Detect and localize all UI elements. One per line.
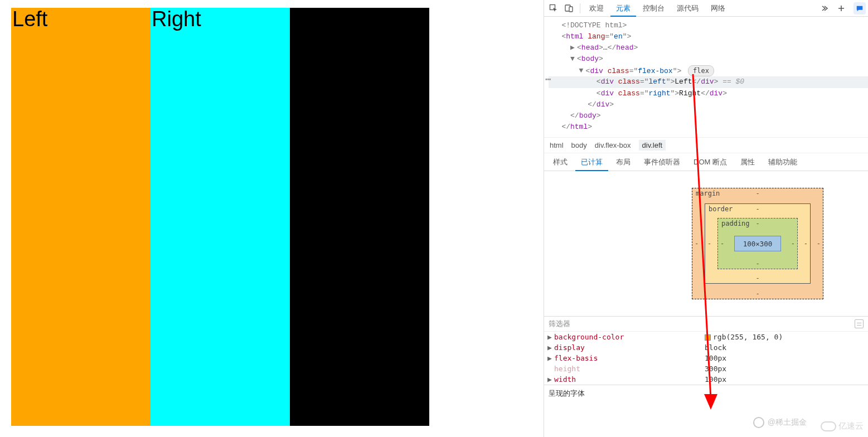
border-top-value: - — [755, 205, 759, 213]
margin-bottom-value: - — [755, 290, 759, 298]
filter-row: 筛选器 — [544, 316, 868, 332]
more-tabs-icon[interactable] — [817, 1, 832, 16]
tab-welcome[interactable]: 欢迎 — [584, 0, 609, 17]
margin-label: margin — [696, 190, 720, 197]
dom-tree[interactable]: ⋯ <!DOCTYPE html> <html lang="en"> ▶<hea… — [544, 17, 868, 137]
padding-top-value: - — [755, 220, 759, 227]
dom-html-close[interactable]: </html> — [549, 122, 868, 133]
rendered-fonts-header[interactable]: 呈现的字体 — [544, 385, 868, 402]
dom-html-open[interactable]: <html lang="en"> — [549, 31, 868, 42]
filter-settings-icon[interactable] — [855, 319, 864, 328]
toolbar-separator — [580, 3, 580, 13]
padding-left-value: - — [720, 240, 724, 247]
svg-rect-2 — [569, 7, 573, 12]
tab-network[interactable]: 网络 — [705, 0, 731, 17]
padding-label: padding — [721, 220, 750, 227]
page-preview: Left Right — [11, 8, 429, 426]
crumb-flexbox[interactable]: div.flex-box — [595, 141, 631, 149]
prop-background-color[interactable]: ▶ background-color rgb(255, 165, 0) — [544, 332, 868, 342]
border-right-value: - — [804, 240, 808, 247]
subtab-dom-breakpoints[interactable]: DOM 断点 — [688, 153, 733, 171]
dom-left-div[interactable]: <div class="left">Left</div> == $0 — [549, 76, 868, 88]
preview-left-box: Left — [11, 8, 151, 426]
margin-left-value: - — [695, 240, 699, 247]
border-label: border — [709, 205, 733, 213]
flex-badge[interactable]: flex — [688, 65, 714, 77]
tab-elements[interactable]: 元素 — [610, 0, 636, 17]
dom-div-close[interactable]: </div> — [549, 99, 868, 110]
device-toggle-icon[interactable] — [562, 1, 576, 16]
preview-right-box: Right — [151, 8, 290, 426]
watermark-yisu: 亿速云 — [821, 421, 864, 431]
styles-subtabs: 样式 已计算 布局 事件侦听器 DOM 断点 属性 辅助功能 — [544, 153, 868, 171]
dom-doctype[interactable]: <!DOCTYPE html> — [549, 20, 868, 31]
crumb-body[interactable]: body — [571, 141, 587, 149]
tab-sources[interactable]: 源代码 — [671, 0, 704, 17]
prop-height[interactable]: height 300px — [544, 363, 868, 374]
border-left-value: - — [707, 240, 711, 247]
subtab-styles[interactable]: 样式 — [547, 153, 573, 171]
border-bottom-value: - — [755, 274, 759, 282]
devtools-toolbar: 欢迎 元素 控制台 源代码 网络 — [544, 0, 868, 17]
devtools-panel: 欢迎 元素 控制台 源代码 网络 ⋯ <!DOCTYPE html> <html… — [544, 0, 868, 437]
subtab-accessibility[interactable]: 辅助功能 — [763, 153, 803, 171]
subtab-event-listeners[interactable]: 事件侦听器 — [638, 153, 686, 171]
computed-properties: ▶ background-color rgb(255, 165, 0) ▶ di… — [544, 332, 868, 385]
margin-right-value: - — [817, 240, 821, 247]
box-model[interactable]: margin - - - - border - - - - padding - … — [692, 188, 823, 299]
box-model-border[interactable]: border - - - - padding - - - - 100×300 — [705, 203, 811, 284]
box-model-content[interactable]: 100×300 — [734, 236, 781, 251]
prop-display[interactable]: ▶ display block — [544, 342, 868, 353]
selected-line-gutter-icon: ⋯ — [545, 72, 551, 88]
crumb-left[interactable]: div.left — [639, 140, 666, 150]
color-swatch-icon — [705, 334, 711, 341]
filter-input[interactable]: 筛选器 — [549, 319, 570, 329]
padding-right-value: - — [791, 240, 795, 247]
box-model-area: margin - - - - border - - - - padding - … — [544, 171, 868, 316]
add-tab-icon[interactable] — [833, 1, 849, 16]
padding-bottom-value: - — [755, 260, 759, 268]
tab-console[interactable]: 控制台 — [637, 0, 670, 17]
dom-head[interactable]: ▶<head>…</head> — [549, 42, 868, 54]
prop-width[interactable]: ▶ width 100px — [544, 374, 868, 385]
box-model-margin[interactable]: margin - - - - border - - - - padding - … — [692, 188, 823, 299]
box-model-padding[interactable]: padding - - - - 100×300 — [717, 218, 798, 269]
crumb-html[interactable]: html — [550, 141, 564, 149]
dom-body-close[interactable]: </body> — [549, 110, 868, 122]
chat-icon[interactable] — [854, 2, 866, 14]
yisu-cloud-icon — [821, 421, 836, 431]
margin-top-value: - — [755, 190, 759, 197]
breadcrumb: html body div.flex-box div.left — [544, 137, 868, 153]
juejin-logo-icon — [753, 417, 764, 428]
subtab-layout[interactable]: 布局 — [610, 153, 636, 171]
inspect-element-icon[interactable] — [546, 1, 561, 16]
prop-flex-basis[interactable]: ▶ flex-basis 100px — [544, 353, 868, 363]
dom-body-open[interactable]: ▼<body> — [549, 54, 868, 65]
subtab-properties[interactable]: 属性 — [735, 153, 760, 171]
dom-flexbox-open[interactable]: ▼<div class="flex-box"> flex — [549, 65, 868, 77]
dom-right-div[interactable]: <div class="right">Right</div> — [549, 88, 868, 99]
watermark-juejin: @稀土掘金 — [753, 417, 807, 428]
subtab-computed[interactable]: 已计算 — [575, 153, 608, 171]
